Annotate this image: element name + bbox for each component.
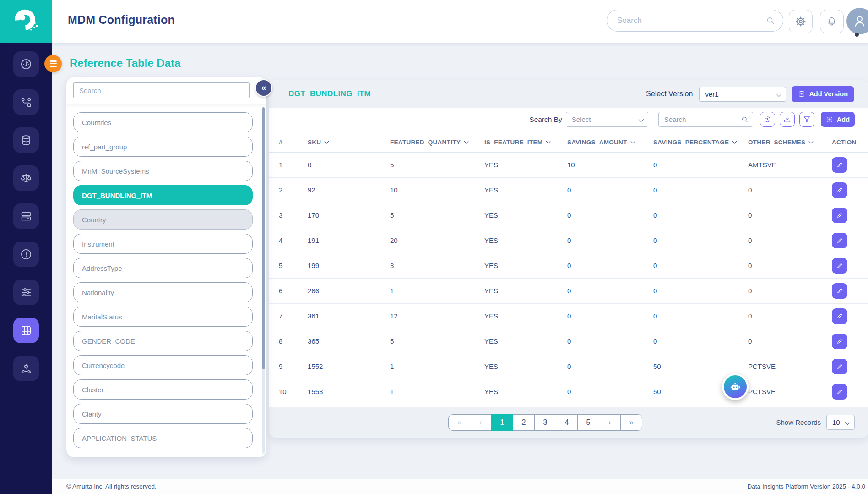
user-avatar[interactable] (846, 8, 868, 34)
cell-featured_quantity: 1 (390, 354, 484, 379)
bell-icon (826, 16, 838, 27)
cell-other_schemes: 0 (748, 278, 832, 303)
cell-num: 7 (269, 303, 308, 329)
cell-savings_percentage: 0 (653, 152, 748, 177)
add-version-button[interactable]: Add Version (792, 86, 854, 102)
pagination-prev[interactable]: ‹ (470, 414, 492, 431)
pencil-icon (836, 161, 844, 169)
edit-row-button[interactable] (832, 233, 847, 248)
pagination-page-5[interactable]: 5 (577, 414, 599, 431)
sidebar-item-alerts[interactable] (13, 242, 39, 267)
settings-button[interactable] (789, 10, 813, 33)
column-label: IS_FEATURE_ITEM (484, 139, 542, 146)
search-by-select[interactable]: Select (566, 112, 648, 127)
sidebar-item-database[interactable] (13, 127, 39, 153)
sidebar-item-support[interactable] (13, 356, 39, 381)
sort-chevron-icon (630, 139, 635, 143)
download-button[interactable] (780, 112, 795, 127)
reference-table-item[interactable]: Country (73, 209, 253, 230)
reference-table-item[interactable]: Countries (73, 112, 253, 132)
cell-action (832, 177, 868, 203)
edit-row-button[interactable] (832, 157, 847, 173)
edit-row-button[interactable] (832, 258, 847, 274)
sidebar (0, 43, 52, 494)
cell-num: 10 (269, 379, 308, 404)
edit-row-button[interactable] (832, 384, 847, 400)
edit-row-button[interactable] (832, 182, 847, 198)
column-header-other-schemes[interactable]: OTHER_SCHEMES (748, 132, 832, 152)
notifications-button[interactable] (820, 10, 844, 33)
filter-funnel-icon (803, 115, 811, 124)
reference-table-item[interactable]: Cluster (73, 379, 253, 400)
global-search-input[interactable] (617, 16, 765, 25)
cell-sku: 1552 (308, 354, 390, 379)
cell-savings_amount: 0 (567, 278, 653, 303)
edit-row-button[interactable] (832, 208, 847, 223)
version-select[interactable]: ver1 (699, 87, 786, 102)
column-label: SAVINGS_PERCENTAGE (653, 139, 729, 146)
global-search (607, 10, 783, 32)
search-icon (765, 16, 776, 26)
filter-button[interactable] (799, 112, 814, 127)
reference-table-item[interactable]: AddressType (73, 258, 253, 278)
pagination-page-3[interactable]: 3 (534, 414, 556, 431)
pagination-page-2[interactable]: 2 (513, 414, 535, 431)
table-title: DGT_BUNDLING_ITM (288, 89, 371, 99)
column-header-savings-amount[interactable]: SAVINGS_AMOUNT (567, 132, 653, 152)
sidebar-item-settings[interactable] (13, 280, 39, 305)
cell-other_schemes: 0 (748, 329, 832, 354)
sidebar-item-reference-tables[interactable] (13, 318, 39, 343)
pagination-next[interactable]: › (599, 414, 621, 431)
add-record-button[interactable]: Add (821, 112, 855, 127)
copyright-text: © Amurta Inc. All rights reserved. (66, 483, 157, 490)
column-header-is-feature-item[interactable]: IS_FEATURE_ITEM (484, 132, 567, 152)
sidebar-item-workflow[interactable] (13, 89, 39, 115)
cell-sku: 361 (308, 303, 390, 329)
edit-row-button[interactable] (832, 359, 847, 374)
edit-row-button[interactable] (832, 334, 847, 349)
reference-table-item[interactable]: Clarity (73, 404, 253, 424)
sidebar-toggle-button[interactable] (44, 55, 62, 72)
reference-table-item[interactable]: Currencycode (73, 355, 253, 375)
pagination-page-4[interactable]: 4 (556, 414, 578, 431)
sidebar-item-servers[interactable] (13, 203, 39, 229)
reference-table-item[interactable]: APPLICATION_STATUS (73, 428, 253, 448)
sort-chevron-icon (464, 139, 469, 143)
pagination-page-1[interactable]: 1 (491, 414, 513, 431)
panel-scrollbar-track[interactable] (262, 107, 265, 454)
reference-table-item[interactable]: ref_part_group (73, 137, 253, 157)
panel-collapse-button[interactable]: « (255, 79, 272, 97)
cell-is_feature_item: YES (484, 354, 567, 379)
cell-action (832, 152, 868, 177)
app-logo[interactable] (0, 0, 52, 43)
sort-chevron-icon (325, 139, 329, 143)
sidebar-item-dashboard[interactable] (13, 51, 39, 77)
cell-num: 6 (269, 278, 308, 303)
reference-data-table: #SKUFEATURED_QUANTITYIS_FEATURE_ITEMSAVI… (269, 132, 868, 404)
sort-chevron-icon (732, 139, 737, 143)
reference-table-list: Countriesref_part_groupMnM_SourceSystems… (73, 105, 253, 454)
reference-table-item[interactable]: MnM_SourceSystems (73, 161, 253, 181)
chatbot-button[interactable] (722, 373, 749, 400)
reference-table-item[interactable]: Instrument (73, 234, 253, 254)
reference-table-item[interactable]: GENDER_CODE (73, 331, 253, 351)
reference-table-search-input[interactable] (74, 87, 249, 94)
sidebar-item-governance[interactable] (13, 165, 39, 191)
panel-scrollbar-thumb[interactable] (262, 107, 265, 369)
reference-table-item[interactable]: Nationality (73, 282, 253, 302)
column-header-sku[interactable]: SKU (308, 132, 390, 152)
version-text: Data Insights Platform Version 2025 - 4.… (748, 483, 865, 490)
column-header-savings-percentage[interactable]: SAVINGS_PERCENTAGE (653, 132, 748, 152)
show-records-select[interactable]: 10 (826, 415, 855, 430)
user-icon (852, 13, 868, 29)
column-header-featured-quantity[interactable]: FEATURED_QUANTITY (390, 132, 484, 152)
edit-row-button[interactable] (832, 283, 847, 299)
pagination-last[interactable]: » (620, 414, 642, 431)
table-search-input[interactable] (659, 115, 769, 123)
edit-row-button[interactable] (832, 308, 847, 324)
reference-table-item[interactable]: DGT_BUNDLING_ITM (73, 185, 253, 205)
reference-table-item[interactable]: MaritalStatus (73, 307, 253, 327)
pagination-first[interactable]: « (448, 414, 470, 431)
cell-sku: 92 (308, 177, 390, 203)
cell-savings_percentage: 0 (653, 203, 748, 228)
